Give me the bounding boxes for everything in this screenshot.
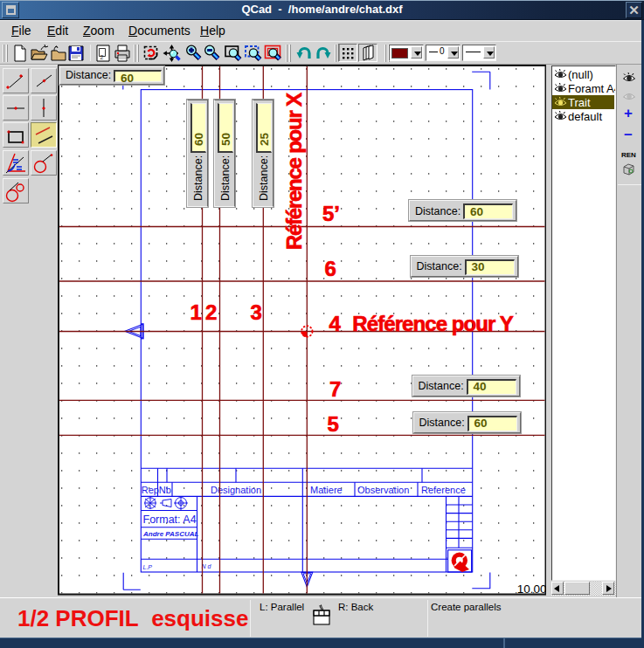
svg-text:Format: A4: Format: A4 bbox=[143, 514, 197, 526]
svg-text:Référence pour Y: Référence pour Y bbox=[352, 312, 514, 335]
svg-text:6: 6 bbox=[325, 257, 336, 280]
svg-text:Matiere: Matiere bbox=[310, 485, 343, 495]
svg-text:Reference: Reference bbox=[421, 485, 466, 495]
svg-text:Observation: Observation bbox=[357, 485, 409, 495]
svg-text:Designation: Designation bbox=[211, 485, 261, 495]
svg-text:1: 1 bbox=[190, 300, 202, 324]
svg-text:Rep: Rep bbox=[142, 485, 159, 495]
svg-text:N d: N d bbox=[202, 563, 212, 569]
svg-text:Référence pour X: Référence pour X bbox=[282, 93, 306, 250]
svg-text:Nb: Nb bbox=[159, 485, 171, 495]
svg-text:3: 3 bbox=[251, 300, 262, 324]
svg-text:2: 2 bbox=[100, 54, 104, 60]
svg-text:5: 5 bbox=[328, 412, 339, 436]
svg-text:5’: 5’ bbox=[322, 202, 340, 225]
svg-text:L.P: L.P bbox=[143, 564, 153, 570]
svg-text:10.00: 10.00 bbox=[517, 583, 547, 596]
svg-text:Andre PASCUAL: Andre PASCUAL bbox=[142, 530, 199, 538]
svg-text:4: 4 bbox=[329, 312, 342, 335]
svg-text:7: 7 bbox=[329, 377, 341, 401]
svg-text:2: 2 bbox=[205, 300, 217, 324]
